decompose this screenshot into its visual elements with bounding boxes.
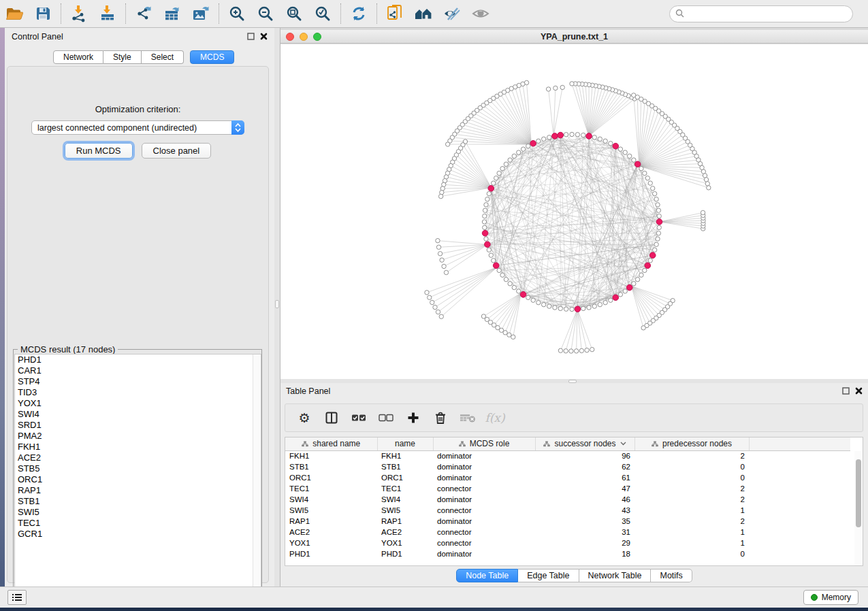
search-input[interactable]: [684, 10, 852, 19]
float-panel-icon[interactable]: [842, 386, 850, 397]
houses-icon[interactable]: [412, 3, 435, 24]
control-panel-tabs: Network Style Select MCDS: [53, 50, 234, 64]
node-table-header[interactable]: shared name name MCDS role successor nod…: [285, 437, 850, 450]
column-header-mcds-role[interactable]: MCDS role: [433, 437, 535, 450]
toolbar-separator: [125, 3, 126, 24]
list-item[interactable]: STB1: [15, 496, 261, 507]
search-box[interactable]: [669, 5, 853, 22]
column-header-predecessor-nodes[interactable]: predecessor nodes: [634, 437, 749, 450]
list-item[interactable]: CAR1: [15, 365, 261, 376]
column-header-name[interactable]: name: [377, 437, 433, 450]
list-item[interactable]: TID3: [15, 387, 261, 398]
list-item[interactable]: STP4: [15, 376, 261, 387]
list-item[interactable]: PMA2: [15, 431, 261, 442]
node-table-body[interactable]: FKH1FKH1dominator962STB1STB1dominator620…: [285, 450, 850, 559]
search-icon: [675, 9, 684, 20]
table-row[interactable]: RAP1RAP1dominator352: [285, 516, 850, 527]
delete-icon[interactable]: [432, 410, 449, 426]
node-table[interactable]: shared name name MCDS role successor nod…: [285, 437, 863, 566]
save-icon[interactable]: [31, 3, 54, 24]
list-item[interactable]: SRD1: [15, 420, 261, 431]
list-icon: [12, 593, 22, 602]
memory-label: Memory: [822, 593, 851, 602]
network-graph[interactable]: [280, 44, 868, 379]
network-window-titlebar[interactable]: YPA_prune.txt_1: [280, 30, 868, 44]
list-item[interactable]: TEC1: [15, 518, 261, 529]
zoom-fit-icon[interactable]: [283, 3, 306, 24]
table-row[interactable]: SWI5SWI5connector431: [285, 505, 850, 516]
import-table-icon[interactable]: [96, 3, 119, 24]
mcds-list-scrollbar[interactable]: [253, 354, 261, 597]
table-row[interactable]: SWI4SWI4dominator462: [285, 494, 850, 505]
memory-status-icon: [811, 594, 818, 601]
main-toolbar: [0, 0, 868, 28]
memory-button[interactable]: Memory: [803, 590, 858, 605]
selected-option: largest connected component (undirected): [32, 123, 231, 133]
hide-details-eye-icon[interactable]: [440, 3, 464, 24]
mcds-result-list[interactable]: PHD1CAR1STP4TID3YOX1SWI4SRD1PMA2FKH1ACE2…: [14, 354, 261, 598]
close-panel-icon[interactable]: [855, 386, 863, 397]
list-item[interactable]: RAP1: [15, 485, 261, 496]
tab-edge-table[interactable]: Edge Table: [518, 569, 579, 582]
table-scrollbar[interactable]: [854, 451, 862, 565]
desktop-wallpaper-left: [0, 28, 5, 608]
gear-icon[interactable]: ⚙: [296, 410, 312, 426]
list-item[interactable]: ACE2: [15, 452, 261, 463]
tab-mcds[interactable]: MCDS: [190, 50, 234, 64]
tab-node-table[interactable]: Node Table: [456, 569, 518, 582]
export-table-icon[interactable]: [161, 3, 184, 24]
open-folder-icon[interactable]: [3, 3, 26, 24]
table-row[interactable]: FKH1FKH1dominator962: [285, 450, 850, 461]
table-row[interactable]: PHD1PHD1dominator180: [285, 548, 850, 559]
tab-network-table[interactable]: Network Table: [579, 569, 652, 582]
column-header-successor-nodes[interactable]: successor nodes: [535, 437, 634, 450]
deselect-all-icon[interactable]: [378, 410, 394, 426]
list-item[interactable]: STB5: [15, 463, 261, 474]
export-network-icon[interactable]: [132, 3, 155, 24]
table-scrollbar-thumb[interactable]: [856, 459, 861, 527]
vertical-split-divider[interactable]: [274, 28, 280, 587]
table-row[interactable]: ACE2ACE2connector311: [285, 527, 850, 538]
tab-motifs[interactable]: Motifs: [651, 569, 692, 582]
refresh-layout-icon[interactable]: [347, 3, 370, 24]
list-item[interactable]: FKH1: [15, 442, 261, 452]
network-window-title: YPA_prune.txt_1: [280, 32, 868, 42]
table-panel: Table Panel ⚙ f(x) shared name name: [280, 383, 868, 587]
function-builder-icon: f(x): [487, 410, 503, 426]
list-item[interactable]: GCR1: [15, 529, 261, 540]
toolbar-separator: [219, 3, 219, 24]
list-item[interactable]: YOX1: [15, 398, 261, 409]
network-from-selection-icon[interactable]: [383, 3, 406, 24]
tab-select[interactable]: Select: [142, 50, 184, 64]
zoom-in-icon[interactable]: [225, 3, 248, 24]
run-mcds-button[interactable]: Run MCDS: [65, 143, 133, 159]
export-image-icon[interactable]: [189, 3, 212, 24]
network-canvas[interactable]: [280, 44, 868, 379]
add-icon[interactable]: [405, 410, 421, 426]
import-network-icon[interactable]: [67, 3, 91, 24]
close-panel-icon[interactable]: [260, 32, 268, 42]
tab-style[interactable]: Style: [103, 50, 142, 64]
column-header-shared-name[interactable]: shared name: [285, 437, 377, 450]
task-history-button[interactable]: [7, 590, 27, 605]
table-row[interactable]: TEC1TEC1connector472: [285, 483, 850, 494]
column-header-filler: [749, 437, 850, 450]
table-row[interactable]: YOX1YOX1connector291: [285, 538, 850, 548]
select-all-icon[interactable]: [351, 410, 367, 426]
table-row[interactable]: ORC1ORC1dominator610: [285, 472, 850, 483]
list-item[interactable]: SWI4: [15, 409, 261, 420]
list-item[interactable]: ORC1: [15, 474, 261, 485]
show-details-eye-icon[interactable]: [469, 3, 492, 24]
list-item[interactable]: SWI5: [15, 507, 261, 518]
list-item[interactable]: PHD1: [15, 354, 261, 365]
table-row[interactable]: STB1STB1dominator620: [285, 461, 850, 472]
float-panel-icon[interactable]: [247, 32, 255, 42]
tab-network[interactable]: Network: [53, 50, 103, 64]
optimization-criterion-select[interactable]: largest connected component (undirected): [31, 120, 244, 135]
columns-icon[interactable]: [323, 410, 340, 426]
network-view-frame: YPA_prune.txt_1: [280, 28, 868, 379]
divider-grabber[interactable]: [275, 300, 279, 308]
zoom-selected-icon[interactable]: [311, 3, 334, 24]
zoom-out-icon[interactable]: [254, 3, 277, 24]
close-panel-button[interactable]: Close panel: [142, 143, 212, 159]
